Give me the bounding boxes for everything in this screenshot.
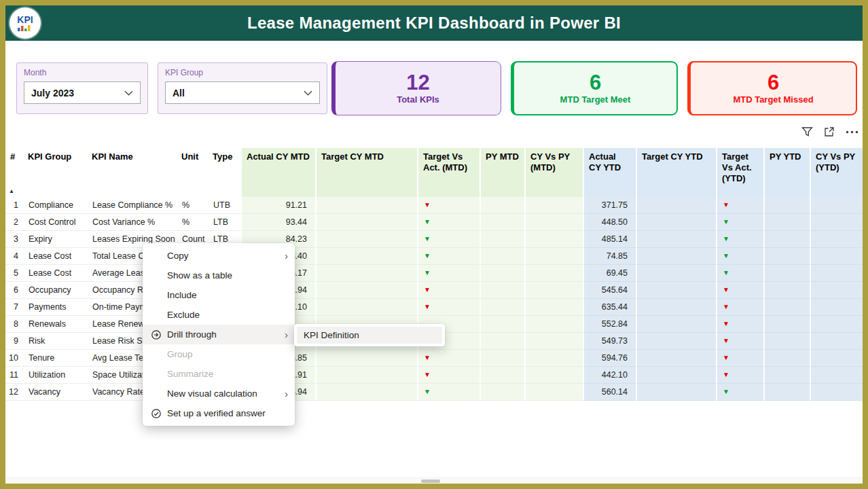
target-vs-act-mtd-cell[interactable]: ▼ [417, 231, 480, 248]
column-header-py-mtd[interactable]: PY MTD [480, 148, 524, 197]
kpi-group-cell[interactable]: Occupancy [23, 282, 87, 299]
kpi-group-cell[interactable]: Lease Cost [23, 265, 87, 282]
cy-vs-py-mtd-cell[interactable] [524, 299, 583, 316]
actual-cy-ytd-cell[interactable]: 69.45 [583, 265, 636, 282]
kpi-group-cell[interactable]: Expiry [23, 231, 87, 248]
kpi-group-cell[interactable]: Cost Control [23, 214, 87, 231]
actual-cy-ytd-cell[interactable]: 635.44 [583, 299, 636, 316]
row-number[interactable]: 11 [5, 367, 23, 384]
target-vs-act-ytd-cell[interactable]: ▼ [716, 231, 763, 248]
actual-cy-ytd-cell[interactable]: 442.10 [583, 367, 636, 384]
cy-vs-py-mtd-cell[interactable] [524, 248, 583, 265]
unit-cell[interactable]: % [177, 197, 208, 214]
target-cy-ytd-cell[interactable] [636, 316, 716, 333]
kpi-group-cell[interactable]: Renewals [23, 316, 87, 333]
py-ytd-cell[interactable] [763, 214, 810, 231]
cy-vs-py-mtd-cell[interactable] [524, 265, 583, 282]
target-vs-act-mtd-cell[interactable]: ▼ [417, 197, 480, 214]
cy-vs-py-ytd-cell[interactable] [810, 367, 863, 384]
column-header-kpi-group[interactable]: KPI Group [23, 148, 87, 197]
table-row[interactable]: 12VacancyVacancy Rate85.94▼560.14▼ [5, 384, 863, 401]
py-ytd-cell[interactable] [763, 282, 810, 299]
menu-item-set-up-a-verified-answer[interactable]: Set up a verified answer [143, 403, 295, 423]
target-vs-act-ytd-cell[interactable]: ▼ [716, 299, 763, 316]
focus-mode-icon[interactable] [824, 126, 835, 137]
cy-vs-py-ytd-cell[interactable] [810, 214, 863, 231]
table-row[interactable]: 4Lease CostTotal Lease Cost78.40▼74.85▼ [5, 248, 863, 265]
py-ytd-cell[interactable] [763, 197, 810, 214]
py-mtd-cell[interactable] [480, 333, 524, 350]
table-row[interactable]: 5Lease CostAverage Lease Cost86.17▼69.45… [5, 265, 863, 282]
cy-vs-py-mtd-cell[interactable] [524, 367, 583, 384]
py-mtd-cell[interactable] [480, 316, 524, 333]
target-cy-mtd-cell[interactable] [315, 299, 417, 316]
row-number[interactable]: 8 [5, 316, 23, 333]
target-cy-mtd-cell[interactable] [315, 282, 417, 299]
actual-cy-ytd-cell[interactable]: 549.73 [583, 333, 636, 350]
target-vs-act-ytd-cell[interactable]: ▼ [716, 384, 763, 401]
py-mtd-cell[interactable] [480, 214, 524, 231]
target-vs-act-ytd-cell[interactable]: ▼ [716, 214, 763, 231]
row-number[interactable]: 10 [5, 350, 23, 367]
column-header-target-vs-act-ytd[interactable]: Target Vs Act. (YTD) [716, 148, 763, 197]
py-ytd-cell[interactable] [763, 231, 810, 248]
column-header-actual-cy-mtd[interactable]: Actual CY MTD [240, 148, 315, 197]
target-cy-ytd-cell[interactable] [636, 231, 716, 248]
kpi-group-cell[interactable]: Risk [23, 333, 87, 350]
row-number[interactable]: 1 [5, 197, 23, 214]
menu-item-new-visual-calculation[interactable]: New visual calculation› [143, 384, 295, 403]
cy-vs-py-mtd-cell[interactable] [524, 282, 583, 299]
unit-cell[interactable]: % [177, 214, 208, 231]
actual-cy-mtd-cell[interactable]: 93.44 [240, 214, 315, 231]
cy-vs-py-ytd-cell[interactable] [810, 350, 863, 367]
target-cy-ytd-cell[interactable] [636, 197, 716, 214]
menu-item-drill-through[interactable]: Drill through› [143, 325, 295, 344]
kpi-name-cell[interactable]: Cost Variance % [87, 214, 177, 231]
target-vs-act-mtd-cell[interactable]: ▼ [417, 265, 480, 282]
column-header-py-ytd[interactable]: PY YTD [763, 148, 810, 197]
actual-cy-ytd-cell[interactable]: 594.76 [583, 350, 636, 367]
target-cy-mtd-cell[interactable] [315, 231, 417, 248]
column-header-target-cy-ytd[interactable]: Target CY YTD [636, 148, 716, 197]
column-header-index[interactable]: # ▲ [5, 148, 23, 197]
target-vs-act-mtd-cell[interactable]: ▼ [417, 248, 480, 265]
py-ytd-cell[interactable] [763, 299, 810, 316]
cy-vs-py-mtd-cell[interactable] [524, 333, 583, 350]
target-cy-ytd-cell[interactable] [636, 333, 716, 350]
menu-item-include[interactable]: Include [143, 285, 295, 305]
target-cy-mtd-cell[interactable] [315, 248, 417, 265]
py-ytd-cell[interactable] [763, 265, 810, 282]
target-cy-ytd-cell[interactable] [636, 384, 716, 401]
target-cy-mtd-cell[interactable] [315, 367, 417, 384]
py-mtd-cell[interactable] [480, 367, 524, 384]
target-vs-act-mtd-cell[interactable]: ▼ [417, 282, 480, 299]
cy-vs-py-mtd-cell[interactable] [524, 384, 583, 401]
horizontal-scrollbar[interactable] [5, 477, 863, 484]
actual-cy-ytd-cell[interactable]: 448.50 [583, 214, 636, 231]
target-vs-act-ytd-cell[interactable]: ▼ [716, 367, 763, 384]
py-mtd-cell[interactable] [480, 265, 524, 282]
kpi-group-cell[interactable]: Payments [23, 299, 87, 316]
row-number[interactable]: 3 [5, 231, 23, 248]
target-vs-act-ytd-cell[interactable]: ▼ [716, 282, 763, 299]
py-ytd-cell[interactable] [763, 316, 810, 333]
cy-vs-py-ytd-cell[interactable] [810, 333, 863, 350]
menu-item-show-as-a-table[interactable]: Show as a table [143, 266, 295, 285]
py-ytd-cell[interactable] [763, 367, 810, 384]
target-cy-ytd-cell[interactable] [636, 248, 716, 265]
cy-vs-py-mtd-cell[interactable] [524, 316, 583, 333]
scrollbar-thumb[interactable] [421, 479, 440, 483]
target-cy-ytd-cell[interactable] [636, 299, 716, 316]
target-vs-act-mtd-cell[interactable]: ▼ [417, 214, 480, 231]
kpi-group-cell[interactable]: Utilization [23, 367, 87, 384]
target-vs-act-ytd-cell[interactable]: ▼ [716, 316, 763, 333]
py-mtd-cell[interactable] [480, 231, 524, 248]
target-vs-act-ytd-cell[interactable]: ▼ [716, 265, 763, 282]
cy-vs-py-mtd-cell[interactable] [524, 214, 583, 231]
column-header-kpi-name[interactable]: KPI Name [87, 148, 177, 197]
target-vs-act-mtd-cell[interactable]: ▼ [417, 384, 480, 401]
cy-vs-py-mtd-cell[interactable] [524, 350, 583, 367]
target-cy-ytd-cell[interactable] [636, 214, 716, 231]
column-header-target-cy-mtd[interactable]: Target CY MTD [315, 148, 417, 197]
cy-vs-py-ytd-cell[interactable] [810, 231, 863, 248]
